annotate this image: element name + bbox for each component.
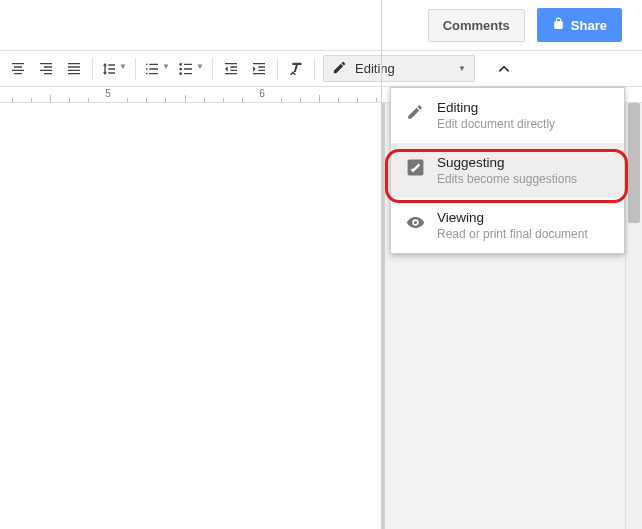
ruler-label: 5 xyxy=(105,88,111,99)
svg-point-0 xyxy=(179,63,182,66)
svg-point-2 xyxy=(179,72,182,75)
toolbar-separator xyxy=(92,58,93,80)
chevron-down-icon: ▼ xyxy=(458,64,466,73)
align-center-button[interactable] xyxy=(4,55,32,83)
menu-item-title: Viewing xyxy=(437,210,588,225)
align-right-button[interactable] xyxy=(32,55,60,83)
menu-item-title: Suggesting xyxy=(437,155,577,170)
clear-formatting-button[interactable] xyxy=(282,55,310,83)
mode-selector-label: Editing xyxy=(355,61,395,76)
top-bar: Comments Share xyxy=(0,0,642,50)
suggesting-mode-item[interactable]: Suggesting Edits become suggestions xyxy=(391,143,624,198)
scroll-thumb[interactable] xyxy=(628,103,640,223)
chevron-down-icon: ▼ xyxy=(196,62,204,71)
mode-selector-button[interactable]: Editing ▼ xyxy=(323,55,475,82)
toolbar-separator xyxy=(277,58,278,80)
toolbar-separator xyxy=(135,58,136,80)
menu-item-desc: Edits become suggestions xyxy=(437,172,577,186)
page-edge xyxy=(381,0,382,529)
decrease-indent-button[interactable] xyxy=(217,55,245,83)
chevron-down-icon: ▼ xyxy=(162,62,170,71)
toolbar-separator xyxy=(212,58,213,80)
comments-button[interactable]: Comments xyxy=(428,9,525,42)
svg-point-1 xyxy=(179,67,182,70)
numbered-list-button[interactable]: ▼ xyxy=(140,55,174,83)
pencil-icon xyxy=(332,60,347,78)
vertical-scrollbar[interactable] xyxy=(625,103,642,529)
increase-indent-button[interactable] xyxy=(245,55,273,83)
menu-item-desc: Read or print final document xyxy=(437,227,588,241)
viewing-mode-item[interactable]: Viewing Read or print final document xyxy=(391,198,624,253)
line-spacing-button[interactable]: ▼ xyxy=(97,55,131,83)
share-button[interactable]: Share xyxy=(537,8,622,42)
ruler-label: 6 xyxy=(259,88,265,99)
comments-button-label: Comments xyxy=(443,18,510,33)
chevron-down-icon: ▼ xyxy=(119,62,127,71)
collapse-toolbar-button[interactable] xyxy=(489,54,518,83)
menu-item-desc: Edit document directly xyxy=(437,117,555,131)
eye-icon xyxy=(405,212,425,232)
pencil-icon xyxy=(405,102,425,122)
toolbar-separator xyxy=(314,58,315,80)
share-button-label: Share xyxy=(571,18,607,33)
document-page[interactable] xyxy=(0,103,384,529)
editing-mode-item[interactable]: Editing Edit document directly xyxy=(391,88,624,143)
lock-icon xyxy=(552,17,565,33)
suggest-icon xyxy=(405,157,425,177)
bulleted-list-button[interactable]: ▼ xyxy=(174,55,208,83)
toolbar: ▼ ▼ ▼ Editing ▼ xyxy=(0,50,642,87)
align-justify-button[interactable] xyxy=(60,55,88,83)
mode-menu: Editing Edit document directly Suggestin… xyxy=(390,87,625,254)
menu-item-title: Editing xyxy=(437,100,555,115)
